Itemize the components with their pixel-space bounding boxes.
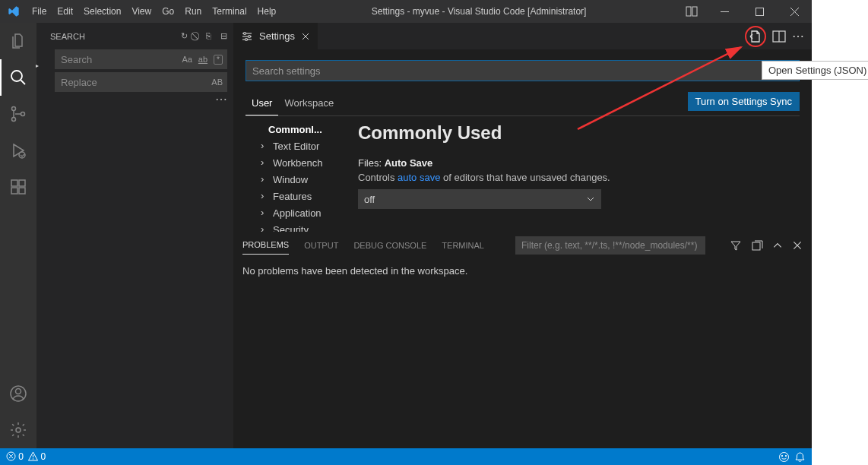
menu-run[interactable]: Run: [179, 0, 207, 23]
menu-help[interactable]: Help: [252, 0, 282, 23]
panel-tab-terminal[interactable]: TERMINAL: [442, 241, 484, 250]
regex-icon[interactable]: *: [214, 55, 223, 65]
minimize-button[interactable]: [707, 0, 742, 23]
svg-point-10: [21, 112, 25, 116]
tree-commonly-used[interactable]: CommonI...: [246, 121, 344, 138]
svg-rect-0: [686, 7, 691, 16]
title-bar: File Edit Selection View Go Run Terminal…: [0, 0, 812, 23]
panel-tab-output[interactable]: OUTPUT: [304, 241, 338, 250]
new-file-icon[interactable]: ⎘: [206, 31, 211, 41]
status-warnings[interactable]: 0: [28, 451, 46, 462]
svg-point-39: [785, 455, 786, 456]
preserve-case-icon[interactable]: AB: [211, 78, 223, 87]
auto-save-dropdown[interactable]: off: [358, 189, 601, 209]
match-case-icon[interactable]: Aa: [182, 55, 192, 64]
more-actions-icon[interactable]: ⋯: [792, 29, 804, 43]
tree-application[interactable]: ›Application: [246, 204, 344, 221]
tree-features[interactable]: ›Features: [246, 188, 344, 204]
open-settings-json-button[interactable]: [745, 26, 766, 47]
explorer-icon[interactable]: [0, 23, 36, 59]
menu-go[interactable]: Go: [157, 0, 179, 23]
settings-search-input[interactable]: [246, 61, 799, 81]
svg-point-17: [16, 389, 21, 394]
match-word-icon[interactable]: ab: [198, 55, 207, 64]
search-icon[interactable]: [0, 59, 36, 96]
feedback-icon[interactable]: [778, 451, 790, 463]
tree-workbench[interactable]: ›Workbench: [246, 154, 344, 171]
svg-point-24: [246, 38, 248, 40]
close-button[interactable]: [777, 0, 812, 23]
tab-settings[interactable]: Settings: [233, 23, 318, 49]
svg-rect-13: [11, 188, 17, 194]
settings-sync-button[interactable]: Turn on Settings Sync: [688, 92, 800, 111]
bottom-panel: PROBLEMS OUTPUT DEBUG CONSOLE TERMINAL N…: [233, 232, 812, 448]
tree-text-editor[interactable]: ›Text Editor: [246, 138, 344, 154]
status-errors[interactable]: 0: [6, 451, 24, 462]
svg-rect-15: [19, 180, 25, 186]
setting-auto-save: Files: Auto Save Controls auto save of e…: [358, 157, 800, 209]
svg-point-37: [780, 452, 789, 461]
svg-rect-29: [752, 242, 760, 250]
bell-icon[interactable]: [794, 451, 806, 463]
status-bar: 0 0: [0, 448, 812, 465]
svg-point-8: [12, 107, 16, 111]
svg-point-6: [11, 71, 22, 81]
menu-selection[interactable]: Selection: [78, 0, 126, 23]
toggle-replace-icon[interactable]: [32, 62, 44, 71]
settings-heading: Commonly Used: [358, 122, 800, 144]
tree-security[interactable]: ›Security: [246, 221, 344, 232]
extensions-icon[interactable]: [0, 169, 36, 205]
maximize-button[interactable]: [742, 0, 777, 23]
close-tab-icon[interactable]: [301, 32, 310, 41]
svg-rect-14: [19, 188, 25, 194]
settings-tree: CommonI... ›Text Editor ›Workbench ›Wind…: [246, 116, 344, 232]
svg-point-22: [244, 32, 246, 34]
chevron-down-icon: [586, 195, 595, 204]
menu-view[interactable]: View: [126, 0, 157, 23]
panel-tab-debug[interactable]: DEBUG CONSOLE: [353, 241, 426, 250]
svg-point-9: [12, 118, 16, 122]
svg-point-38: [781, 455, 782, 456]
run-debug-icon[interactable]: [0, 132, 36, 169]
tab-label: Settings: [259, 30, 295, 42]
dropdown-value: off: [364, 194, 375, 205]
menu-bar: File Edit Selection View Go Run Terminal…: [27, 0, 281, 23]
menu-edit[interactable]: Edit: [52, 0, 78, 23]
filter-icon[interactable]: [730, 239, 742, 251]
setting-scope: Files:: [358, 157, 382, 169]
file-flip-icon: [749, 30, 762, 43]
menu-file[interactable]: File: [27, 0, 52, 23]
collapse-all-icon[interactable]: [751, 239, 763, 251]
svg-rect-1: [692, 7, 697, 16]
problems-filter-input[interactable]: [515, 236, 705, 255]
chevron-up-icon[interactable]: [772, 240, 783, 251]
editor-area: Settings ⋯ User Workspac: [233, 23, 812, 448]
svg-rect-3: [756, 8, 763, 15]
settings-search[interactable]: [246, 60, 800, 81]
more-options-icon[interactable]: ⋯: [215, 92, 227, 106]
activity-bar: [0, 23, 36, 448]
window-title: Settings - myvue - Visual Studio Code [A…: [281, 6, 676, 17]
auto-save-link[interactable]: auto save: [398, 172, 440, 183]
replace-input[interactable]: [55, 72, 227, 92]
panel-close-icon[interactable]: [792, 240, 803, 251]
panel-tab-problems[interactable]: PROBLEMS: [242, 240, 289, 255]
svg-rect-12: [11, 180, 17, 186]
menu-terminal[interactable]: Terminal: [207, 0, 252, 23]
tree-window[interactable]: ›Window: [246, 171, 344, 188]
problems-message: No problems have been detected in the wo…: [233, 258, 812, 284]
accounts-icon[interactable]: [0, 375, 36, 412]
setting-description: Controls auto save of editors that have …: [358, 172, 800, 183]
scope-user[interactable]: User: [246, 93, 278, 115]
search-sidebar: SEARCH ↻ ⃠ ⎘ ⊟ Aa ab *: [36, 23, 233, 448]
split-editor-icon[interactable]: [772, 30, 786, 43]
layout-icon[interactable]: [676, 5, 707, 17]
settings-gear-icon[interactable]: [0, 412, 36, 448]
refresh-icon[interactable]: ↻: [181, 31, 188, 41]
source-control-icon[interactable]: [0, 96, 36, 132]
scope-workspace[interactable]: Workspace: [278, 93, 340, 115]
collapse-icon[interactable]: ⊟: [220, 31, 227, 41]
svg-point-36: [33, 458, 33, 459]
svg-point-18: [16, 428, 21, 432]
setting-name: Auto Save: [385, 157, 433, 169]
